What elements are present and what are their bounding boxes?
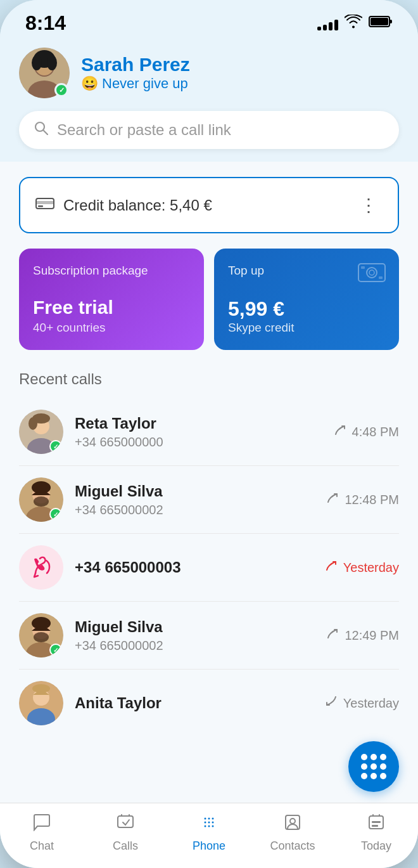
- credit-icon: [35, 195, 54, 215]
- chat-icon: [32, 813, 51, 836]
- phone-frame: 8:14: [0, 0, 418, 868]
- header-name: Sarah Perez: [81, 54, 190, 75]
- nav-item-chat[interactable]: Chat: [0, 813, 84, 853]
- online-badge: [54, 83, 68, 97]
- call-avatar-anita: [19, 681, 63, 725]
- call-time-text: 12:49 PM: [345, 628, 399, 643]
- subscription-label: Subscription package: [33, 264, 190, 278]
- wifi-icon: [345, 15, 362, 32]
- today-icon: [367, 813, 385, 836]
- call-number: +34 665000002: [75, 638, 314, 653]
- calls-icon: [117, 813, 134, 836]
- credit-balance-card[interactable]: Credit balance: 5,40 € ⋮: [19, 177, 399, 233]
- call-missed-icon: [324, 559, 338, 576]
- svg-rect-1: [390, 20, 392, 23]
- contacts-icon: [284, 813, 301, 836]
- call-item[interactable]: Anita Taylor Yesterday: [19, 670, 399, 737]
- svg-rect-19: [379, 276, 383, 279]
- svg-point-50: [290, 819, 295, 824]
- call-time: 4:48 PM: [333, 423, 399, 441]
- call-item[interactable]: +34 665000003 Yesterday: [19, 534, 399, 602]
- credit-left: Credit balance: 5,40 €: [35, 195, 212, 215]
- dialpad-fab[interactable]: [348, 741, 399, 792]
- search-icon: [34, 121, 48, 139]
- call-avatar-reta: [19, 410, 63, 454]
- main-content: Credit balance: 5,40 € ⋮ Subscription pa…: [0, 162, 418, 803]
- subscription-card[interactable]: Subscription package Free trial 40+ coun…: [19, 249, 204, 350]
- svg-point-48: [212, 826, 214, 827]
- header-info: Sarah Perez 😀 Never give up: [81, 54, 190, 92]
- call-time-text: Yesterday: [343, 696, 399, 711]
- call-time: 12:48 PM: [326, 491, 399, 508]
- header: Sarah Perez 😀 Never give up: [0, 41, 418, 111]
- nav-item-contacts[interactable]: Contacts: [251, 813, 334, 853]
- svg-point-42: [208, 826, 210, 827]
- call-item[interactable]: Miguel Silva +34 665000002 12:49 PM: [19, 602, 399, 670]
- subscription-sub: 40+ countries: [33, 321, 190, 335]
- calls-section: Recent calls Re: [19, 370, 399, 737]
- calls-list: Reta Taylor +34 665000000 4:48 PM: [19, 398, 399, 737]
- online-indicator: [49, 644, 62, 656]
- call-name: Miguel Silva: [75, 618, 314, 636]
- svg-point-47: [212, 818, 214, 820]
- call-direction-icon: [324, 694, 338, 712]
- nav-label-contacts: Contacts: [270, 839, 315, 853]
- status-icons: [317, 15, 393, 32]
- svg-rect-2: [370, 18, 388, 25]
- topup-amount: 5,99 €: [228, 297, 385, 321]
- call-number: +34 665000000: [75, 435, 322, 450]
- call-number: +34 665000002: [75, 503, 314, 517]
- call-time-text: 12:48 PM: [345, 493, 399, 507]
- call-name: Reta Taylor: [75, 415, 322, 432]
- svg-point-40: [208, 822, 210, 824]
- call-time-missed: Yesterday: [324, 559, 399, 576]
- nav-label-today: Today: [361, 839, 391, 853]
- battery-icon: [369, 15, 393, 32]
- svg-point-43: [205, 822, 206, 824]
- user-avatar-container[interactable]: [19, 48, 70, 98]
- call-direction-icon: [333, 423, 347, 441]
- svg-point-41: [208, 818, 210, 820]
- status-bar: 8:14: [0, 0, 418, 41]
- call-direction-icon: [326, 626, 339, 644]
- call-avatar-miguel: [19, 477, 63, 522]
- status-time: 8:14: [25, 11, 66, 35]
- svg-point-17: [369, 270, 374, 275]
- call-info: Anita Taylor: [75, 694, 313, 712]
- package-row: Subscription package Free trial 40+ coun…: [19, 249, 399, 350]
- call-item[interactable]: Reta Taylor +34 665000000 4:48 PM: [19, 398, 399, 466]
- topup-card[interactable]: Top up 5,99 € Skype credit: [214, 249, 399, 350]
- header-status: 😀 Never give up: [81, 75, 190, 92]
- svg-point-29: [34, 496, 49, 507]
- call-name: Anita Taylor: [75, 694, 313, 712]
- svg-point-45: [205, 826, 206, 827]
- nav-item-today[interactable]: Today: [334, 813, 418, 853]
- call-item[interactable]: Miguel Silva +34 665000002 12:48 PM: [19, 466, 399, 534]
- bottom-nav: Chat Calls: [0, 803, 418, 868]
- svg-point-44: [205, 818, 206, 820]
- nav-item-phone[interactable]: Phone: [167, 813, 251, 853]
- status-text: Never give up: [102, 75, 188, 92]
- signal-icon: [317, 16, 338, 30]
- online-indicator: [49, 508, 62, 521]
- call-avatar-unknown: [19, 545, 63, 590]
- call-name: Miguel Silva: [75, 483, 314, 500]
- call-info: +34 665000003: [75, 559, 313, 576]
- svg-rect-18: [361, 266, 365, 269]
- nav-label-chat: Chat: [30, 839, 54, 853]
- search-box[interactable]: Search or paste a call link: [19, 111, 399, 149]
- svg-rect-14: [38, 205, 43, 207]
- nav-label-calls: Calls: [113, 839, 138, 853]
- call-time: 12:49 PM: [326, 626, 399, 644]
- svg-point-46: [212, 822, 214, 824]
- call-avatar-miguel2: [19, 613, 63, 657]
- credit-menu-button[interactable]: ⋮: [355, 192, 383, 218]
- svg-line-11: [44, 131, 48, 135]
- subscription-title: Free trial: [33, 297, 190, 318]
- search-container: Search or paste a call link: [0, 111, 418, 162]
- call-info: Miguel Silva +34 665000002: [75, 483, 314, 517]
- status-emoji: 😀: [81, 75, 98, 92]
- nav-item-calls[interactable]: Calls: [84, 813, 167, 853]
- call-info: Reta Taylor +34 665000000: [75, 415, 322, 450]
- call-time-text: Yesterday: [343, 560, 399, 575]
